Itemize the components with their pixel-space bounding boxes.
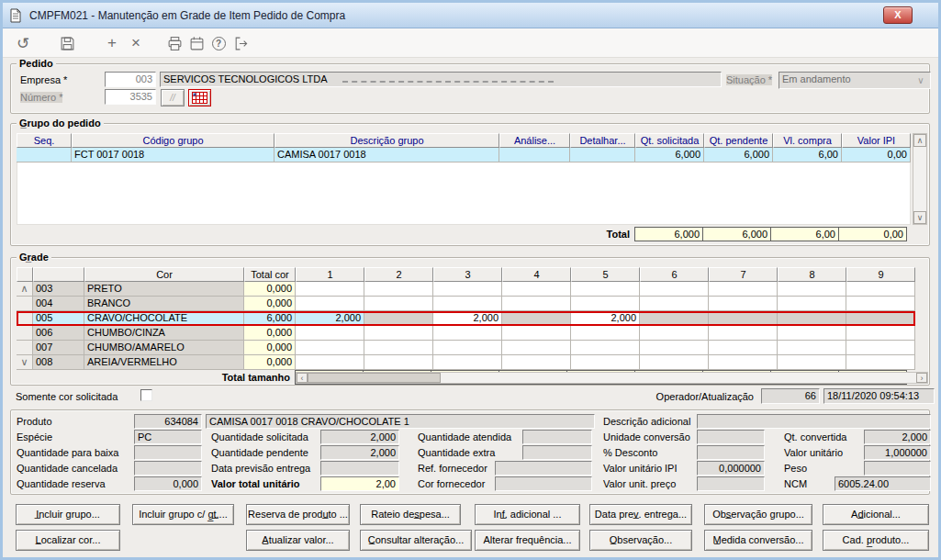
qtd-extra-field[interactable] [522, 445, 592, 460]
descricao-adicional-field[interactable] [697, 414, 931, 429]
rateio-despesa-button[interactable]: Rateio des̲pesa... [360, 504, 461, 525]
cor-fornecedor-field[interactable] [495, 476, 592, 491]
cell-size[interactable] [846, 297, 915, 311]
cell-size[interactable] [433, 297, 502, 311]
cell-cor[interactable]: CHUMBO/AMARELO [84, 341, 244, 355]
cell-size[interactable] [571, 341, 640, 355]
cad-produto-button[interactable]: Cad. p̲roduto... [823, 530, 929, 551]
qtd-baixa-field[interactable] [134, 445, 202, 460]
alterar-frequencia-button[interactable]: Alterar frequência... [475, 530, 580, 551]
grade-row-008[interactable]: ∨ 008 AREIA/VERMELHO 0,000 [17, 355, 915, 370]
cell-size[interactable] [296, 355, 364, 370]
cell-size[interactable] [640, 326, 709, 341]
grade-grid-button[interactable] [188, 89, 211, 106]
cell-total-cor[interactable]: 0,000 [244, 326, 296, 341]
cell-size[interactable] [640, 341, 709, 355]
col-header-valor-ipi[interactable]: Valor IPI [842, 133, 911, 148]
reserva-produto-button[interactable]: Reserva de produ̲to ... [246, 504, 350, 525]
cell-size[interactable] [502, 341, 571, 355]
cell-size[interactable] [364, 311, 433, 326]
cell-size[interactable] [846, 355, 915, 370]
row-selector[interactable] [17, 311, 33, 326]
cell-size[interactable] [846, 341, 915, 355]
data-prev-entrega-button[interactable]: Data prev̲. entrega... [589, 504, 692, 525]
cell-total-cor[interactable]: 6,000 [244, 311, 296, 326]
cell-size[interactable] [640, 297, 709, 311]
col-header-code[interactable] [33, 267, 84, 282]
cell-code[interactable]: 005 [33, 311, 84, 326]
qtd-reserva-field[interactable]: 0,000 [134, 476, 202, 491]
cell-size[interactable] [778, 341, 846, 355]
cell-size[interactable] [296, 341, 364, 355]
col-header-size-2[interactable]: 2 [364, 267, 433, 282]
scroll-up-arrow[interactable]: ∧ [913, 134, 926, 147]
grade-row-005-selected[interactable]: 005 CRAVO/CHOCOLATE 6,000 2,000 2,000 2,… [17, 311, 915, 326]
cell-size[interactable] [778, 297, 846, 311]
empresa-field[interactable]: 003 [105, 72, 156, 87]
cell-size[interactable] [364, 297, 433, 311]
row-selector[interactable] [17, 326, 33, 341]
cell-size[interactable] [846, 326, 915, 341]
cell-size[interactable] [709, 311, 778, 326]
cell-size[interactable] [640, 282, 709, 297]
col-header-size-9[interactable]: 9 [846, 267, 915, 282]
cell-size[interactable] [778, 326, 846, 341]
adicional-button[interactable]: Ad̲icional... [823, 504, 929, 525]
cell-cor[interactable]: BRANCO [84, 297, 244, 311]
qtd-atendida-field[interactable] [522, 430, 592, 444]
cell-size[interactable] [846, 282, 915, 297]
scroll-left-arrow[interactable]: ‹ [297, 373, 308, 383]
cell-valor-ipi[interactable]: 0,00 [842, 148, 911, 162]
cell-size[interactable] [433, 341, 502, 355]
scrollbar-thumb[interactable] [308, 373, 441, 383]
ref-fornecedor-field[interactable] [495, 461, 592, 476]
scroll-right-arrow[interactable]: › [916, 373, 927, 383]
cell-size[interactable] [502, 326, 571, 341]
cell-size[interactable] [296, 326, 364, 341]
observacao-button[interactable]: O̲bservação... [589, 530, 692, 551]
cell-cor[interactable]: PRETO [84, 282, 244, 297]
col-header-codigo[interactable]: Código grupo [72, 133, 274, 148]
cell-detalhar[interactable] [570, 148, 635, 162]
row-selector[interactable] [17, 297, 33, 311]
col-header-size-6[interactable]: 6 [640, 267, 709, 282]
cell-cor[interactable]: AREIA/VERMELHO [84, 355, 244, 370]
inf-adicional-button[interactable]: Inf̲. adicional ... [475, 504, 580, 525]
cell-size[interactable] [433, 282, 502, 297]
cell-total-cor[interactable]: 0,000 [244, 355, 296, 370]
col-header-vl-compra[interactable]: Vl. compra [773, 133, 842, 148]
valor-total-field[interactable]: 2,00 [320, 476, 399, 491]
produto-field[interactable]: 634084 [134, 414, 202, 429]
add-button[interactable]: + [102, 33, 122, 53]
cell-size[interactable] [778, 311, 846, 326]
cell-size[interactable] [502, 282, 571, 297]
col-header-seq[interactable]: Seq. [17, 133, 72, 148]
cell-size[interactable] [571, 326, 640, 341]
ncm-field[interactable]: 6005.24.00 [835, 476, 931, 491]
cell-code[interactable]: 006 [33, 326, 84, 341]
cell-qt-solicitada[interactable]: 6,000 [635, 148, 704, 162]
cell-size[interactable] [709, 355, 778, 370]
cell-code[interactable]: 004 [33, 297, 84, 311]
cell-size[interactable] [640, 355, 709, 370]
scroll-down-arrow[interactable]: ∨ [913, 211, 926, 224]
qtd-pendente-field[interactable]: 2,000 [320, 445, 399, 460]
numero-field[interactable]: 3535 [105, 89, 156, 105]
grade-row-004[interactable]: 004 BRANCO 0,000 [17, 297, 915, 311]
col-header-size-3[interactable]: 3 [433, 267, 502, 282]
cell-size[interactable] [502, 355, 571, 370]
cell-size[interactable] [846, 311, 915, 326]
cell-size[interactable] [571, 355, 640, 370]
print-button[interactable] [164, 33, 185, 53]
cell-size[interactable] [364, 282, 433, 297]
valor-unit-preco-field[interactable] [697, 476, 765, 491]
incluir-grupo-button[interactable]: I̲ncluir grupo... [16, 504, 120, 525]
cell-total-cor[interactable]: 0,000 [244, 297, 296, 311]
cell-size[interactable] [364, 326, 433, 341]
scroll-down-marker[interactable]: ∨ [17, 355, 33, 370]
cell-size[interactable] [571, 297, 640, 311]
grupo-row[interactable]: FCT 0017 0018 CAMISA 0017 0018 6,000 6,0… [17, 148, 911, 162]
col-header-qt-pendente[interactable]: Qt. pendente [704, 133, 773, 148]
cell-size[interactable] [778, 355, 846, 370]
cell-size[interactable] [709, 341, 778, 355]
